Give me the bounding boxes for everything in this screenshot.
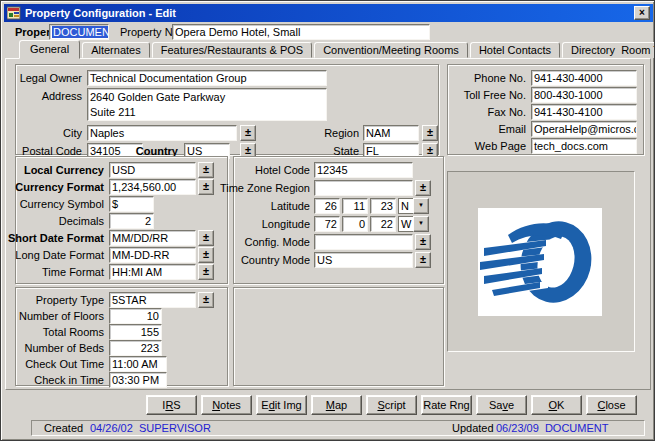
phone-field[interactable]: 941-430-4000 <box>531 70 637 86</box>
property-field-selection: DOCUMENT <box>52 26 109 38</box>
check-in-time-field[interactable]: 03:30 PM <box>109 372 167 388</box>
notes-button[interactable]: Notes <box>201 395 252 415</box>
toll-free-field[interactable]: 800-430-1000 <box>531 87 637 103</box>
tab-convention-meeting-rooms[interactable]: Convention/Meeting Rooms <box>314 42 468 58</box>
app-icon <box>7 6 21 20</box>
longitude-direction-combo[interactable]: W ▼ <box>398 216 429 232</box>
empty-group <box>233 287 444 386</box>
dropdown-arrow-icon[interactable]: ▼ <box>413 198 429 214</box>
longitude-minutes-field[interactable]: 0 <box>342 216 368 232</box>
time-zone-region-label: Time Zone Region <box>220 181 310 196</box>
total-rooms-field[interactable]: 155 <box>109 324 162 340</box>
email-field[interactable]: OperaHelp@micros.com <box>531 121 637 137</box>
hotel-location-group: Hotel Code 12345 Time Zone Region ± Lati… <box>233 156 444 284</box>
tab-alternates[interactable]: Alternates <box>82 42 150 58</box>
tab-hotel-contacts[interactable]: Hotel Contacts <box>470 42 560 58</box>
window-title: Property Configuration - Edit <box>25 7 634 19</box>
city-label: City <box>63 126 82 141</box>
currency-symbol-field[interactable]: $ <box>109 196 154 212</box>
local-currency-lov-button[interactable]: ± <box>198 162 214 178</box>
currency-symbol-label: Currency Symbol <box>20 197 104 212</box>
tab-features-restaurants-pos[interactable]: Features/Restaurants & POS <box>152 42 312 58</box>
property-field[interactable]: DOCUMENT <box>49 24 109 40</box>
region-lov-button[interactable]: ± <box>422 125 438 141</box>
config-mode-lov-button[interactable]: ± <box>415 234 431 250</box>
currency-format-field[interactable]: 1,234,560.00 <box>109 179 196 195</box>
longitude-degrees-field[interactable]: 72 <box>314 216 340 232</box>
rate-rng-button[interactable]: Rate Rng <box>421 395 472 415</box>
decimals-field[interactable]: 2 <box>109 213 154 229</box>
owner-address-group: Legal Owner Technical Documentation Grou… <box>15 64 439 155</box>
script-button[interactable]: Script <box>366 395 417 415</box>
latitude-direction-value: N <box>398 198 413 214</box>
latitude-direction-combo[interactable]: N ▼ <box>398 198 429 214</box>
latitude-minutes-field[interactable]: 11 <box>342 198 368 214</box>
property-image-panel <box>447 171 635 352</box>
created-value: 04/26/02 SUPERVISOR <box>90 421 211 436</box>
dropdown-arrow-icon[interactable]: ▼ <box>413 216 429 232</box>
check-in-time-label: Check in Time <box>34 373 104 388</box>
city-lov-button[interactable]: ± <box>240 125 256 141</box>
time-zone-region-field[interactable] <box>314 180 413 196</box>
ok-button[interactable]: OK <box>531 395 582 415</box>
save-button[interactable]: Save <box>476 395 527 415</box>
email-label: Email <box>498 122 526 137</box>
fax-field[interactable]: 941-430-4100 <box>531 104 637 120</box>
address-field[interactable]: 2640 Golden Gate Parkway Suite 211 <box>87 88 327 121</box>
property-type-field[interactable]: 5STAR <box>109 292 196 308</box>
updated-label: Updated <box>452 421 494 436</box>
time-zone-region-lov-button[interactable]: ± <box>415 180 431 196</box>
time-format-field[interactable]: HH:MI AM <box>109 264 196 280</box>
number-of-beds-field[interactable]: 223 <box>109 340 162 356</box>
long-date-format-field[interactable]: MM-DD-RR <box>109 247 196 263</box>
tab-directory-room-types[interactable]: Directory Room Types <box>562 42 655 58</box>
contact-group: Phone No. 941-430-4000 Toll Free No. 800… <box>447 64 644 155</box>
local-currency-label: Local Currency <box>24 163 104 178</box>
property-configuration-window: Property Configuration - Edit × Property… <box>0 0 655 441</box>
long-date-format-label: Long Date Format <box>15 248 104 263</box>
short-date-format-label: Short Date Format <box>8 231 104 246</box>
short-date-format-lov-button[interactable]: ± <box>198 230 214 246</box>
property-name-field[interactable]: Opera Demo Hotel, Small <box>172 24 430 40</box>
property-type-lov-button[interactable]: ± <box>198 292 214 308</box>
web-page-field[interactable]: tech_docs.com <box>531 138 637 154</box>
check-out-time-field[interactable]: 11:00 AM <box>109 356 167 372</box>
latitude-label: Latitude <box>271 199 310 214</box>
longitude-label: Longitude <box>262 217 310 232</box>
phone-label: Phone No. <box>474 71 526 86</box>
country-mode-field[interactable]: US <box>314 252 413 268</box>
irs-button[interactable]: IRS <box>146 395 197 415</box>
time-format-label: Time Format <box>42 265 104 280</box>
longitude-seconds-field[interactable]: 22 <box>370 216 396 232</box>
legal-owner-field[interactable]: Technical Documentation Group <box>87 70 327 86</box>
config-mode-field[interactable] <box>314 234 413 250</box>
web-page-label: Web Page <box>475 139 526 154</box>
city-field[interactable]: Naples <box>87 125 237 141</box>
country-mode-label: Country Mode <box>241 253 310 268</box>
country-mode-lov-button[interactable]: ± <box>415 252 431 268</box>
number-of-floors-label: Number of Floors <box>19 309 104 324</box>
region-label: Region <box>324 126 359 141</box>
map-button[interactable]: Map <box>311 395 362 415</box>
currency-format-lov-button[interactable]: ± <box>198 179 214 195</box>
time-format-lov-button[interactable]: ± <box>198 264 214 280</box>
status-bar: Created 04/26/02 SUPERVISOR Updated 06/2… <box>31 420 645 436</box>
local-currency-field[interactable]: USD <box>109 162 196 178</box>
tab-general[interactable]: General <box>19 40 80 59</box>
number-of-floors-field[interactable]: 10 <box>109 308 162 324</box>
check-out-time-label: Check Out Time <box>25 357 104 372</box>
region-field[interactable]: NAM <box>363 125 419 141</box>
latitude-degrees-field[interactable]: 26 <box>314 198 340 214</box>
config-mode-label: Config. Mode <box>245 235 310 250</box>
address-line-2: Suite 211 <box>90 105 324 120</box>
address-label: Address <box>42 89 82 104</box>
latitude-seconds-field[interactable]: 23 <box>370 198 396 214</box>
close-button-bottom[interactable]: Close <box>586 395 637 415</box>
short-date-format-field[interactable]: MM/DD/RR <box>109 230 196 246</box>
close-button[interactable]: × <box>634 6 650 20</box>
long-date-format-lov-button[interactable]: ± <box>198 247 214 263</box>
hotel-code-field[interactable]: 12345 <box>314 162 413 178</box>
currency-format-group: Local Currency USD ± Currency Format 1,2… <box>15 156 228 284</box>
edit-img-button[interactable]: Edit Img <box>256 395 307 415</box>
address-line-1: 2640 Golden Gate Parkway <box>90 90 324 105</box>
